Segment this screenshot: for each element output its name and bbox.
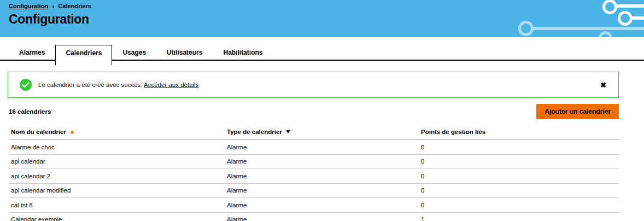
tab-usages[interactable]: Usages — [112, 45, 156, 61]
column-header-type-label: Type de calendrier — [227, 129, 282, 135]
column-header-points: Points de gestion liés — [421, 129, 619, 135]
table-row[interactable]: cal tst 8Alarme0 — [9, 198, 619, 213]
table-cell-name: api calendar modified — [9, 187, 227, 194]
circuit-line — [616, 4, 644, 8]
table-cell-name: Alarme de choc — [9, 144, 227, 150]
table-row[interactable]: api calendar 2Alarme0 — [9, 169, 619, 184]
tab-bar: Alarmes Calendriers Usages Utilisateurs … — [0, 45, 644, 61]
table-cell-name: api calendar 2 — [9, 173, 227, 179]
success-check-icon — [20, 79, 32, 91]
table-row[interactable]: Alarme de chocAlarme0 — [9, 140, 619, 155]
tab-alarmes[interactable]: Alarmes — [9, 45, 55, 61]
table-row[interactable]: Calendar exempleAlarme1 — [9, 213, 619, 221]
circuit-line — [532, 27, 644, 30]
page-title: Configuration — [9, 12, 89, 27]
breadcrumb-link-configuration[interactable]: Configuration — [9, 3, 48, 9]
table-cell-linked_points: 0 — [421, 202, 619, 208]
table-row[interactable]: api calendarAlarme0 — [9, 155, 619, 170]
table-header-row: Nom du calendrier Type de calendrier Poi… — [9, 124, 619, 140]
table-cell-type: Alarme — [227, 158, 421, 165]
page-header: Configuration › Calendriers Configuratio… — [0, 0, 644, 37]
list-toolbar: 16 calendriers Ajouter un calendrier — [9, 104, 619, 119]
breadcrumb-current: Calendriers — [58, 3, 91, 9]
calendar-count: 16 calendriers — [9, 108, 51, 115]
tab-habilitations[interactable]: Habilitations — [213, 45, 273, 61]
circuit-node-icon — [602, 0, 617, 14]
column-header-type[interactable]: Type de calendrier — [227, 129, 421, 135]
table-cell-type: Alarme — [227, 202, 421, 208]
circuit-node-icon — [518, 21, 534, 36]
success-alert: Le calendrier a été créé avec succès. Ac… — [8, 72, 619, 98]
calendars-table: Nom du calendrier Type de calendrier Poi… — [9, 124, 619, 221]
column-header-name-label: Nom du calendrier — [11, 129, 66, 135]
caret-down-icon — [286, 130, 290, 133]
table-cell-linked_points: 0 — [421, 187, 619, 194]
column-header-name[interactable]: Nom du calendrier — [9, 129, 227, 135]
table-cell-linked_points: 0 — [421, 144, 619, 150]
table-cell-type: Alarme — [227, 173, 421, 179]
breadcrumb-separator-icon: › — [52, 3, 54, 9]
alert-close-button[interactable]: ✖ — [600, 82, 606, 89]
breadcrumb: Configuration › Calendriers — [9, 3, 91, 9]
table-cell-linked_points: 1 — [421, 216, 619, 221]
circuit-line — [631, 16, 644, 20]
circuit-node-icon — [618, 11, 633, 26]
table-cell-name: cal tst 8 — [9, 202, 227, 208]
table-cell-linked_points: 0 — [421, 158, 619, 165]
table-cell-name: api calendar — [9, 158, 227, 165]
table-cell-type: Alarme — [227, 144, 421, 150]
add-calendar-button[interactable]: Ajouter un calendrier — [536, 104, 619, 119]
column-header-points-label: Points de gestion liés — [421, 129, 485, 135]
sort-asc-icon — [70, 130, 74, 133]
table-cell-type: Alarme — [227, 187, 421, 194]
table-cell-type: Alarme — [227, 216, 421, 221]
alert-message-text: Le calendrier a été créé avec succès. — [38, 82, 143, 88]
alert-details-link[interactable]: Accéder aux détails — [144, 82, 198, 88]
circuit-node-icon — [599, 31, 612, 37]
table-row[interactable]: api calendar modifiedAlarme0 — [9, 184, 619, 199]
tab-calendriers[interactable]: Calendriers — [55, 45, 112, 65]
table-body: Alarme de chocAlarme0api calendarAlarme0… — [9, 140, 619, 221]
alert-message: Le calendrier a été créé avec succès. Ac… — [38, 82, 198, 88]
table-cell-name: Calendar exemple — [9, 216, 227, 221]
tab-utilisateurs[interactable]: Utilisateurs — [156, 45, 213, 61]
table-cell-linked_points: 0 — [421, 173, 619, 179]
